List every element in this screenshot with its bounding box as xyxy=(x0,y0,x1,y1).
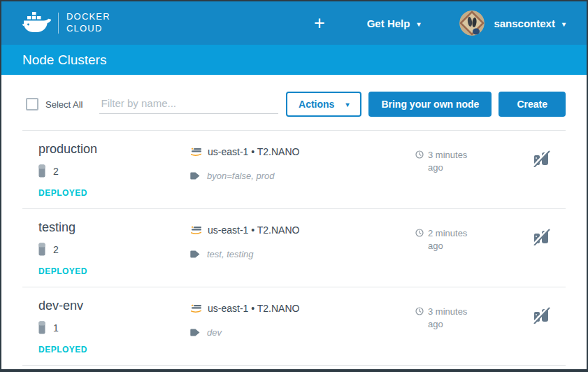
tags-label: dev xyxy=(207,327,222,338)
chevron-down-icon: ▾ xyxy=(345,101,349,108)
bring-your-own-node-button[interactable]: Bring your own node xyxy=(368,92,492,117)
aws-icon xyxy=(190,148,202,156)
metrics-disabled-icon[interactable] xyxy=(533,150,550,167)
user-menu[interactable]: sanscontext ▾ xyxy=(494,17,566,29)
provider-line: us-east-1 • T2.NANO xyxy=(190,303,415,314)
time-label: 3 minutes ago xyxy=(428,306,478,365)
metrics-cell xyxy=(517,131,566,208)
status-badge: DEPLOYED xyxy=(38,345,172,355)
node-count-line: 1 xyxy=(38,321,172,334)
metrics-cell xyxy=(517,287,566,365)
node-icon xyxy=(38,243,45,256)
tag-icon xyxy=(190,171,200,180)
get-help-label: Get Help xyxy=(367,17,410,29)
cluster-summary: dev-env 1 DEPLOYED xyxy=(22,287,172,365)
cluster-details: us-east-1 • T2.NANO dev xyxy=(172,287,415,365)
add-button[interactable]: + xyxy=(311,14,328,33)
tags-line: test, testing xyxy=(190,249,415,259)
clock-icon xyxy=(415,150,424,208)
brand-text: DOCKER CLOUD xyxy=(66,11,110,35)
status-badge: DEPLOYED xyxy=(38,266,172,276)
top-header-right: + Get Help ▾ sanscontext ▾ xyxy=(311,10,566,36)
aws-icon xyxy=(190,226,202,234)
node-count: 2 xyxy=(53,244,59,255)
aws-icon xyxy=(190,304,202,313)
node-count-line: 2 xyxy=(38,164,172,178)
cluster-details: us-east-1 • T2.NANO test, testing xyxy=(172,209,415,287)
cluster-summary: production 2 DEPLOYED xyxy=(22,131,172,208)
time-label: 2 minutes ago xyxy=(428,227,478,287)
clock-icon xyxy=(415,307,424,365)
tag-icon xyxy=(190,250,200,259)
node-cluster-row[interactable]: dev-env 1 DEPLOYED xyxy=(22,287,566,366)
actions-dropdown-button[interactable]: Actions ▾ xyxy=(286,92,361,117)
actions-label: Actions xyxy=(299,99,334,110)
updated-time: 2 minutes ago xyxy=(415,209,517,287)
node-icon xyxy=(38,164,45,178)
status-badge: DEPLOYED xyxy=(38,188,172,198)
tags-line: byon=false, prod xyxy=(190,171,415,181)
updated-time: 3 minutes ago xyxy=(415,287,517,365)
node-cluster-row[interactable]: production 2 DEPLOYED xyxy=(22,131,566,209)
page-title: Node Clusters xyxy=(22,52,106,68)
brand-line-cloud: CLOUD xyxy=(66,23,103,34)
provider-label: us-east-1 • T2.NANO xyxy=(208,303,299,314)
avatar[interactable] xyxy=(459,10,485,36)
get-help-menu[interactable]: Get Help ▾ xyxy=(367,17,421,29)
select-all-label[interactable]: Select All xyxy=(45,99,83,110)
metrics-cell xyxy=(517,209,566,287)
docker-cloud-logo[interactable]: DOCKER CLOUD xyxy=(22,11,110,35)
cluster-name-link[interactable]: production xyxy=(38,142,172,157)
tags-label: test, testing xyxy=(207,249,253,259)
brand-divider xyxy=(58,13,59,34)
docker-whale-icon xyxy=(22,11,52,35)
cluster-name-link[interactable]: dev-env xyxy=(38,299,172,313)
node-icon xyxy=(38,321,45,334)
node-count: 1 xyxy=(53,322,59,334)
time-label: 3 minutes ago xyxy=(428,149,478,208)
username-label: sanscontext xyxy=(494,17,555,29)
select-all-checkbox[interactable] xyxy=(26,98,38,110)
metrics-disabled-icon[interactable] xyxy=(533,306,550,324)
provider-label: us-east-1 • T2.NANO xyxy=(208,146,299,157)
filter-input[interactable] xyxy=(99,94,278,114)
top-header: DOCKER CLOUD + Get Help ▾ xyxy=(1,1,587,45)
provider-label: us-east-1 • T2.NANO xyxy=(208,224,299,236)
tags-label: byon=false, prod xyxy=(207,171,274,181)
chevron-down-icon: ▾ xyxy=(417,20,420,28)
cluster-name-link[interactable]: testing xyxy=(38,220,172,235)
toolbar: Select All Actions ▾ Bring your own node… xyxy=(1,75,587,118)
tag-icon xyxy=(190,328,200,337)
provider-line: us-east-1 • T2.NANO xyxy=(190,146,415,157)
updated-time: 3 minutes ago xyxy=(415,131,517,208)
chevron-down-icon: ▾ xyxy=(562,20,566,28)
node-cluster-list: production 2 DEPLOYED xyxy=(1,131,587,366)
node-count-line: 2 xyxy=(38,243,172,256)
brand-line-docker: DOCKER xyxy=(66,11,110,22)
metrics-disabled-icon[interactable] xyxy=(533,228,550,245)
cluster-details: us-east-1 • T2.NANO byon=false, prod xyxy=(172,131,415,208)
tags-line: dev xyxy=(190,327,415,338)
create-button[interactable]: Create xyxy=(499,92,566,117)
docker-cloud-window: DOCKER CLOUD + Get Help ▾ xyxy=(0,0,588,372)
provider-line: us-east-1 • T2.NANO xyxy=(190,224,415,236)
cluster-summary: testing 2 DEPLOYED xyxy=(22,209,172,287)
node-cluster-row[interactable]: testing 2 DEPLOYED xyxy=(22,209,566,287)
clock-icon xyxy=(415,229,424,287)
page-header: Node Clusters xyxy=(1,45,587,75)
node-count: 2 xyxy=(53,166,59,177)
